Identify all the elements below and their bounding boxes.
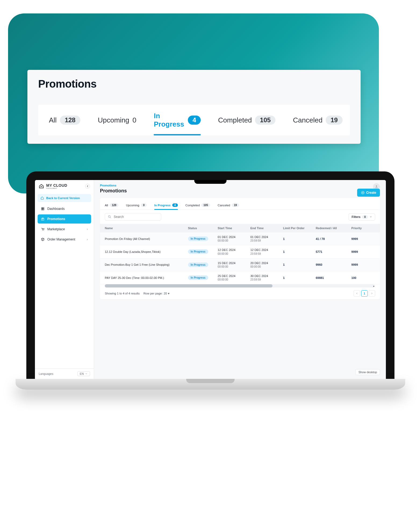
pager: 1: [354, 290, 375, 297]
table-row[interactable]: Dec Promotion-Buy 1 Get 1 Free (Line Sho…: [100, 258, 380, 271]
search-input[interactable]: [114, 215, 158, 219]
laptop-notch: [194, 180, 227, 184]
laptop-bezel: MY CLOUD FULFILLMENT Back to Current Ver…: [26, 171, 394, 379]
hero-tab-completed[interactable]: Completed 105: [218, 116, 276, 132]
col-status: Status: [188, 227, 218, 230]
cell-redeemed: 9960: [316, 263, 351, 266]
create-button[interactable]: Create: [357, 189, 380, 197]
app-logo[interactable]: MY CLOUD FULFILLMENT: [39, 183, 67, 189]
sidebar-item-promotions[interactable]: Promotions: [38, 214, 91, 224]
tab-label: Upcoming: [126, 204, 139, 207]
hero-tab-count: 4: [188, 116, 201, 125]
col-priority: Priority: [351, 227, 375, 230]
main-content: Promotions Promotions Create All 128: [94, 180, 386, 379]
tab-label: Completed: [185, 204, 200, 207]
show-desktop-button[interactable]: Show desktop: [356, 369, 380, 375]
table-row[interactable]: 12.12 Double Day (Lazada,Shopee,Tiktok)I…: [100, 245, 380, 258]
hero-tab-count: 0: [132, 116, 136, 124]
col-end: End Time: [250, 227, 283, 230]
hero-tab-in-progress[interactable]: In Progress 4: [154, 112, 200, 135]
svg-rect-2: [41, 209, 42, 210]
scrollbar-thumb[interactable]: [105, 284, 272, 287]
hero-tab-label: Canceled: [293, 116, 322, 124]
cell-status: In Progress: [188, 263, 218, 267]
sidebar-collapse-button[interactable]: [85, 184, 90, 189]
logo-text: MY CLOUD: [46, 183, 67, 188]
svg-point-5: [42, 230, 43, 231]
col-redeemed: Redeemed / All: [316, 227, 351, 230]
svg-rect-1: [43, 207, 44, 209]
horizontal-scrollbar[interactable]: ▸: [105, 284, 375, 287]
sidebar-item-dashboards[interactable]: Dashboards: [38, 204, 91, 213]
status-badge: In Progress: [188, 249, 208, 254]
plus-circle-icon: [361, 191, 365, 195]
cell-priority: 9999: [351, 237, 375, 240]
cell-name: Dec Promotion-Buy 1 Get 1 Free (Line Sho…: [105, 263, 188, 266]
sidebar: MY CLOUD FULFILLMENT Back to Current Ver…: [35, 180, 94, 379]
sidebar-item-label: Dashboards: [47, 207, 65, 211]
tab-in-progress[interactable]: In Progress 4: [154, 202, 178, 210]
breadcrumb[interactable]: Promotions: [100, 184, 380, 187]
tab-label: All: [105, 204, 108, 207]
hero-tab-label: All: [49, 116, 57, 124]
cell-limit: 1: [283, 263, 316, 266]
table-row[interactable]: Promotion On Friday (All Channel)In Prog…: [100, 232, 380, 245]
cell-priority: 9999: [351, 250, 375, 253]
hero-tab-label: Completed: [218, 116, 252, 124]
pager-page-1[interactable]: 1: [361, 290, 368, 297]
card-footer: Showing 1 to 4 of 4 results Row per page…: [100, 287, 380, 299]
promotions-card: All 128 Upcoming 0 In Progress 4: [100, 198, 380, 299]
card-tabs: All 128 Upcoming 0 In Progress 4: [100, 201, 380, 210]
svg-point-6: [44, 230, 44, 231]
cell-status: In Progress: [188, 275, 218, 280]
language-selector[interactable]: EN: [77, 371, 90, 376]
tab-all[interactable]: All 128: [105, 202, 119, 210]
cell-start: 15 DEC 202400:00:00: [218, 261, 250, 268]
user-icon: [375, 185, 378, 189]
create-label: Create: [366, 191, 376, 195]
filters-button[interactable]: Filters 0: [349, 213, 375, 221]
sidebar-top: MY CLOUD FULFILLMENT: [35, 180, 94, 192]
search-box[interactable]: [105, 213, 161, 221]
filters-count: 0: [362, 215, 368, 219]
tab-count: 105: [201, 203, 210, 207]
app-root: MY CLOUD FULFILLMENT Back to Current Ver…: [35, 180, 386, 379]
hero-tab-all[interactable]: All 128: [49, 116, 80, 132]
logo-subtext: FULFILLMENT: [46, 188, 67, 189]
rows-per-page-selector[interactable]: Row per page: 20 ▾: [143, 292, 170, 295]
home-icon: [40, 196, 44, 200]
tab-upcoming[interactable]: Upcoming 0: [126, 202, 147, 210]
hero-promotions-card: Promotions All 128 Upcoming 0 In Progres…: [27, 70, 361, 144]
sidebar-item-order-management[interactable]: Order Management ›: [38, 235, 91, 244]
pager-next[interactable]: [369, 290, 375, 297]
cell-redeemed: 5771: [316, 250, 351, 253]
back-to-current-version[interactable]: Back to Current Version: [38, 194, 91, 202]
cell-start: 12 DEC 202400:00:00: [218, 248, 250, 255]
tab-completed[interactable]: Completed 105: [185, 202, 210, 210]
table-row[interactable]: PAY DAY 25-30 Dec (Time :00.00-02.00 PM.…: [100, 271, 380, 284]
grid-icon: [41, 207, 45, 211]
chevron-left-icon: [86, 184, 89, 188]
svg-point-9: [108, 215, 110, 217]
hero-tab-upcoming[interactable]: Upcoming 0: [98, 116, 137, 131]
hero-tab-count: 128: [60, 116, 80, 125]
status-badge: In Progress: [188, 275, 208, 280]
filters-label: Filters: [351, 215, 360, 218]
sidebar-item-label: Order Management: [47, 238, 75, 241]
hero-tab-canceled[interactable]: Canceled 19: [293, 116, 343, 132]
hero-tab-count: 19: [326, 116, 343, 125]
cell-start: 25 DEC 202400:00:00: [218, 274, 250, 281]
cell-limit: 1: [283, 250, 316, 253]
laptop-base: [16, 379, 405, 390]
sidebar-item-marketplace[interactable]: Marketplace ›: [38, 225, 91, 234]
tab-canceled[interactable]: Canceled 19: [218, 202, 239, 210]
table-header: Name Status Start Time End Time Limit Pe…: [100, 224, 380, 232]
card-toolbar: Filters 0: [100, 210, 380, 224]
tab-count: 4: [172, 203, 178, 207]
cell-end: 12 DEC 202423:59:59: [250, 248, 283, 255]
sidebar-item-label: Promotions: [47, 217, 65, 221]
pager-prev[interactable]: [354, 290, 360, 297]
hero-tab-label: Upcoming: [98, 116, 129, 124]
rows-per-page-label: Row per page:: [143, 292, 163, 295]
col-start: Start Time: [218, 227, 250, 230]
